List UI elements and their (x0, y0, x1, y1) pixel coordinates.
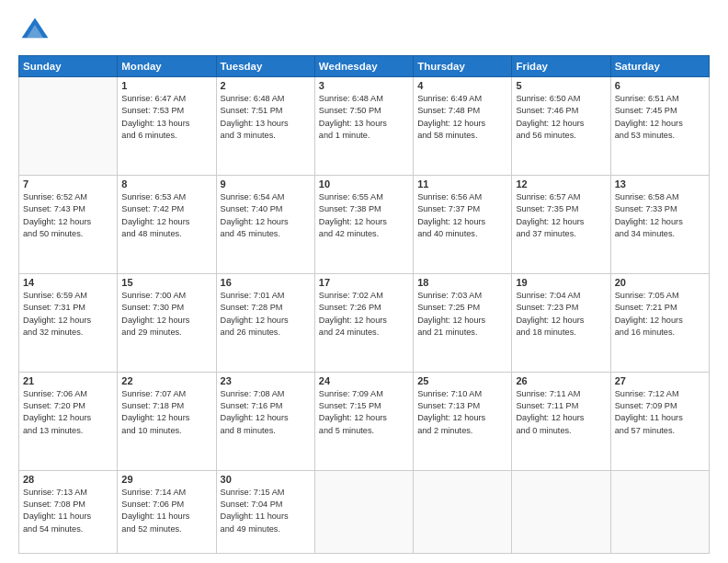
day-info: Sunrise: 6:47 AMSunset: 7:53 PMDaylight:… (121, 93, 211, 142)
day-number: 24 (319, 375, 409, 386)
day-info: Sunrise: 7:08 AMSunset: 7:16 PMDaylight:… (221, 388, 311, 437)
day-info: Sunrise: 7:11 AMSunset: 7:11 PMDaylight:… (516, 388, 606, 437)
calendar-cell: 11Sunrise: 6:56 AMSunset: 7:37 PMDayligh… (414, 175, 512, 273)
logo (18, 15, 55, 48)
day-number: 2 (221, 80, 311, 91)
day-info: Sunrise: 6:53 AMSunset: 7:42 PMDaylight:… (121, 191, 211, 240)
calendar-cell: 14Sunrise: 6:59 AMSunset: 7:31 PMDayligh… (19, 273, 118, 372)
calendar-cell: 7Sunrise: 6:52 AMSunset: 7:43 PMDaylight… (19, 175, 118, 273)
day-number: 3 (319, 80, 409, 91)
day-info: Sunrise: 7:06 AMSunset: 7:20 PMDaylight:… (23, 388, 113, 437)
day-number: 4 (417, 80, 507, 91)
day-info: Sunrise: 7:12 AMSunset: 7:09 PMDaylight:… (615, 388, 705, 437)
day-number: 20 (615, 277, 705, 288)
day-number: 28 (23, 474, 113, 485)
calendar-cell: 17Sunrise: 7:02 AMSunset: 7:26 PMDayligh… (314, 273, 413, 372)
calendar-table: SundayMondayTuesdayWednesdayThursdayFrid… (18, 55, 710, 554)
calendar-cell: 19Sunrise: 7:04 AMSunset: 7:23 PMDayligh… (512, 273, 610, 372)
day-of-week-header: Friday (512, 56, 610, 77)
day-number: 25 (417, 375, 507, 386)
day-number: 17 (319, 277, 409, 288)
day-info: Sunrise: 6:55 AMSunset: 7:38 PMDaylight:… (319, 191, 409, 240)
day-number: 13 (615, 178, 705, 190)
calendar-cell: 24Sunrise: 7:09 AMSunset: 7:15 PMDayligh… (314, 372, 413, 470)
calendar-cell: 12Sunrise: 6:57 AMSunset: 7:35 PMDayligh… (512, 175, 610, 273)
header (18, 15, 710, 48)
calendar-cell: 26Sunrise: 7:11 AMSunset: 7:11 PMDayligh… (512, 372, 610, 470)
day-of-week-header: Saturday (610, 56, 709, 77)
day-number: 19 (516, 277, 606, 288)
calendar-cell: 2Sunrise: 6:48 AMSunset: 7:51 PMDaylight… (216, 77, 314, 176)
calendar-cell: 21Sunrise: 7:06 AMSunset: 7:20 PMDayligh… (19, 372, 118, 470)
calendar-cell (512, 470, 610, 553)
day-number: 7 (23, 178, 113, 190)
calendar-cell: 22Sunrise: 7:07 AMSunset: 7:18 PMDayligh… (118, 372, 216, 470)
day-number: 14 (23, 277, 113, 288)
day-number: 12 (516, 178, 606, 190)
calendar-cell: 9Sunrise: 6:54 AMSunset: 7:40 PMDaylight… (216, 175, 314, 273)
calendar-cell: 15Sunrise: 7:00 AMSunset: 7:30 PMDayligh… (118, 273, 216, 372)
calendar-cell: 28Sunrise: 7:13 AMSunset: 7:08 PMDayligh… (19, 470, 118, 553)
day-info: Sunrise: 7:01 AMSunset: 7:28 PMDaylight:… (221, 290, 311, 339)
calendar-week-row: 14Sunrise: 6:59 AMSunset: 7:31 PMDayligh… (19, 273, 710, 372)
day-of-week-header: Wednesday (314, 56, 413, 77)
calendar-cell: 5Sunrise: 6:50 AMSunset: 7:46 PMDaylight… (512, 77, 610, 176)
calendar-week-row: 21Sunrise: 7:06 AMSunset: 7:20 PMDayligh… (19, 372, 710, 470)
day-info: Sunrise: 7:10 AMSunset: 7:13 PMDaylight:… (417, 388, 507, 437)
day-number: 6 (615, 80, 705, 91)
day-number: 9 (221, 178, 311, 190)
calendar-header-row: SundayMondayTuesdayWednesdayThursdayFrid… (19, 56, 710, 77)
day-number: 8 (121, 178, 211, 190)
calendar-week-row: 1Sunrise: 6:47 AMSunset: 7:53 PMDaylight… (19, 77, 710, 176)
day-info: Sunrise: 7:03 AMSunset: 7:25 PMDaylight:… (417, 290, 507, 339)
day-info: Sunrise: 7:00 AMSunset: 7:30 PMDaylight:… (121, 290, 211, 339)
calendar-cell: 29Sunrise: 7:14 AMSunset: 7:06 PMDayligh… (118, 470, 216, 553)
day-number: 1 (121, 80, 211, 91)
day-number: 23 (221, 375, 311, 386)
day-of-week-header: Thursday (414, 56, 512, 77)
calendar-cell (19, 77, 118, 176)
day-info: Sunrise: 6:59 AMSunset: 7:31 PMDaylight:… (23, 290, 113, 339)
day-info: Sunrise: 6:50 AMSunset: 7:46 PMDaylight:… (516, 93, 606, 142)
day-of-week-header: Tuesday (216, 56, 314, 77)
day-number: 18 (417, 277, 507, 288)
calendar-cell: 23Sunrise: 7:08 AMSunset: 7:16 PMDayligh… (216, 372, 314, 470)
day-number: 15 (121, 277, 211, 288)
calendar-cell: 30Sunrise: 7:15 AMSunset: 7:04 PMDayligh… (216, 470, 314, 553)
calendar-cell: 13Sunrise: 6:58 AMSunset: 7:33 PMDayligh… (610, 175, 709, 273)
calendar-cell: 3Sunrise: 6:48 AMSunset: 7:50 PMDaylight… (314, 77, 413, 176)
day-number: 10 (319, 178, 409, 190)
day-number: 26 (516, 375, 606, 386)
calendar-cell: 6Sunrise: 6:51 AMSunset: 7:45 PMDaylight… (610, 77, 709, 176)
day-info: Sunrise: 6:52 AMSunset: 7:43 PMDaylight:… (23, 191, 113, 240)
day-info: Sunrise: 7:02 AMSunset: 7:26 PMDaylight:… (319, 290, 409, 339)
day-number: 27 (615, 375, 705, 386)
day-info: Sunrise: 7:07 AMSunset: 7:18 PMDaylight:… (121, 388, 211, 437)
day-info: Sunrise: 7:05 AMSunset: 7:21 PMDaylight:… (615, 290, 705, 339)
day-info: Sunrise: 7:15 AMSunset: 7:04 PMDaylight:… (221, 487, 311, 535)
day-info: Sunrise: 6:49 AMSunset: 7:48 PMDaylight:… (417, 93, 507, 142)
day-of-week-header: Sunday (19, 56, 118, 77)
calendar-cell: 16Sunrise: 7:01 AMSunset: 7:28 PMDayligh… (216, 273, 314, 372)
day-number: 30 (221, 474, 311, 485)
calendar-cell (314, 470, 413, 553)
day-info: Sunrise: 6:56 AMSunset: 7:37 PMDaylight:… (417, 191, 507, 240)
calendar-week-row: 7Sunrise: 6:52 AMSunset: 7:43 PMDaylight… (19, 175, 710, 273)
day-number: 5 (516, 80, 606, 91)
calendar-cell: 4Sunrise: 6:49 AMSunset: 7:48 PMDaylight… (414, 77, 512, 176)
day-number: 22 (121, 375, 211, 386)
day-number: 21 (23, 375, 113, 386)
page: SundayMondayTuesdayWednesdayThursdayFrid… (0, 0, 728, 563)
day-number: 16 (221, 277, 311, 288)
day-of-week-header: Monday (118, 56, 216, 77)
calendar-cell: 1Sunrise: 6:47 AMSunset: 7:53 PMDaylight… (118, 77, 216, 176)
logo-icon (18, 15, 51, 48)
day-info: Sunrise: 7:13 AMSunset: 7:08 PMDaylight:… (23, 487, 113, 535)
calendar-week-row: 28Sunrise: 7:13 AMSunset: 7:08 PMDayligh… (19, 470, 710, 553)
day-info: Sunrise: 6:48 AMSunset: 7:50 PMDaylight:… (319, 93, 409, 142)
day-info: Sunrise: 7:09 AMSunset: 7:15 PMDaylight:… (319, 388, 409, 437)
day-number: 29 (121, 474, 211, 485)
calendar-cell: 20Sunrise: 7:05 AMSunset: 7:21 PMDayligh… (610, 273, 709, 372)
day-info: Sunrise: 6:48 AMSunset: 7:51 PMDaylight:… (221, 93, 311, 142)
day-number: 11 (417, 178, 507, 190)
